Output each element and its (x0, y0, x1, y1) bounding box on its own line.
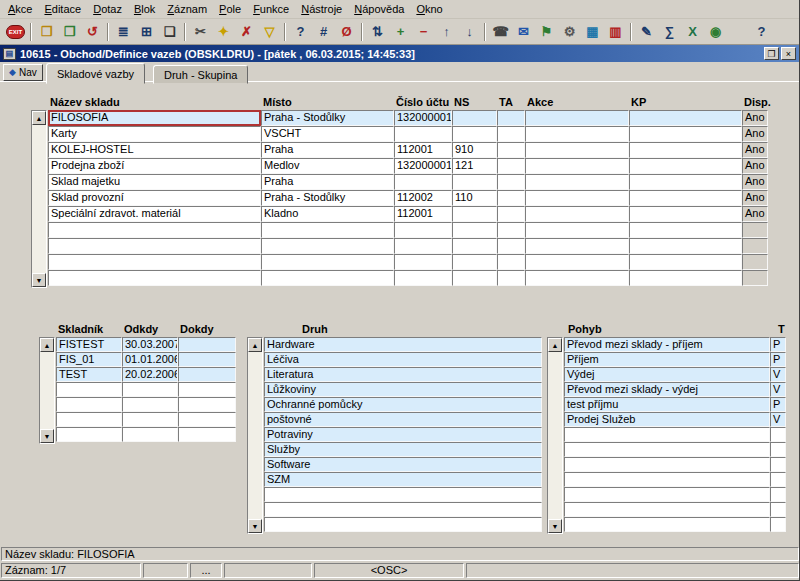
cell-pohyb[interactable] (564, 427, 770, 442)
gear-icon[interactable]: ⚙ (558, 21, 581, 42)
cell-pohyb[interactable]: Výdej (564, 367, 770, 382)
cell-pohyb[interactable] (564, 442, 770, 457)
cell-odkdy[interactable] (122, 382, 178, 397)
toolbar-separator[interactable] (484, 23, 486, 41)
cell-ta[interactable] (497, 158, 525, 174)
cell-nazev-skladu[interactable]: Karty (48, 126, 261, 142)
cell-odkdy[interactable]: 20.02.2006 (122, 367, 178, 382)
cell-pohyb[interactable] (564, 487, 770, 502)
cell-misto[interactable] (261, 270, 394, 286)
delete-record-icon[interactable]: − (412, 21, 435, 42)
table-row[interactable]: Výdej V (564, 367, 786, 382)
menu-item[interactable]: Blok (128, 1, 161, 17)
cell-skladnik[interactable] (56, 427, 122, 442)
nav-button[interactable]: ◆ Nav (3, 64, 43, 81)
toolbar-spacer[interactable] (727, 21, 750, 42)
cell-akce[interactable] (525, 142, 629, 158)
cell-skladnik[interactable]: FISTEST (56, 337, 122, 352)
scroll-up-icon[interactable]: ▲ (248, 338, 262, 352)
toolbar-separator[interactable] (107, 23, 109, 41)
cell-pohyb[interactable]: test příjmu (564, 397, 770, 412)
table-row[interactable]: Ochranné pomůcky (264, 397, 542, 412)
cell-cislo-uctu[interactable] (394, 126, 452, 142)
scroll-down-icon[interactable]: ▼ (248, 519, 262, 533)
table-row[interactable] (564, 487, 786, 502)
cell-cislo-uctu[interactable] (394, 174, 452, 190)
table-row[interactable] (264, 502, 542, 517)
cell-akce[interactable] (525, 110, 629, 126)
cell-akce[interactable] (525, 270, 629, 286)
cell-druh[interactable]: Potraviny (264, 427, 542, 442)
cell-misto[interactable] (261, 222, 394, 238)
cell-ns[interactable] (452, 222, 497, 238)
restore-button[interactable]: ❐ (764, 47, 779, 60)
cell-odkdy[interactable] (122, 412, 178, 427)
cell-druh[interactable]: Ochranné pomůcky (264, 397, 542, 412)
scroll-down-icon[interactable]: ▼ (32, 273, 46, 287)
cell-akce[interactable] (525, 254, 629, 270)
help-icon[interactable]: ? (750, 21, 773, 42)
table-row[interactable]: Karty VSCHT Ano (48, 126, 768, 142)
cell-nazev-skladu[interactable] (48, 254, 261, 270)
cell-druh[interactable]: Léčiva (264, 352, 542, 367)
cell-pohyb[interactable]: Převod mezi sklady - výdej (564, 382, 770, 397)
exit-icon[interactable]: EXIT (4, 21, 27, 42)
table-row[interactable] (48, 238, 768, 254)
cell-kp[interactable] (629, 190, 742, 206)
cell-pohyb[interactable]: Prodej Služeb (564, 412, 770, 427)
cell-ns[interactable] (452, 174, 497, 190)
cell-cislo-uctu[interactable] (394, 270, 452, 286)
cell-ta[interactable] (497, 110, 525, 126)
table-row[interactable]: test příjmu P (564, 397, 786, 412)
cell-nazev-skladu[interactable]: KOLEJ-HOSTEL (48, 142, 261, 158)
warehouse-scrollbar[interactable]: ▲ ▼ (31, 110, 47, 288)
cell-cislo-uctu[interactable]: 112002 (394, 190, 452, 206)
toolbar-separator[interactable] (284, 23, 286, 41)
tab-druh-skupina[interactable]: Druh - Skupina (153, 65, 248, 84)
cell-akce[interactable] (525, 126, 629, 142)
cell-ns[interactable] (452, 126, 497, 142)
cell-ns[interactable]: 910 (452, 142, 497, 158)
cell-odkdy[interactable]: 01.01.2006 (122, 352, 178, 367)
cell-misto[interactable]: Praha - Stodůlky (261, 190, 394, 206)
cell-skladnik[interactable] (56, 412, 122, 427)
next-record-icon[interactable]: ↓ (458, 21, 481, 42)
enter-query-icon[interactable]: ? (289, 21, 312, 42)
cell-pohyb[interactable]: Příjem (564, 352, 770, 367)
scroll-down-icon[interactable]: ▼ (548, 519, 562, 533)
cell-kp[interactable] (629, 142, 742, 158)
cell-akce[interactable] (525, 190, 629, 206)
table-row[interactable]: Převod mezi sklady - příjem P (564, 337, 786, 352)
cell-druh[interactable]: Hardware (264, 337, 542, 352)
table-row[interactable] (56, 382, 236, 397)
cell-kp[interactable] (629, 238, 742, 254)
cell-misto[interactable]: Praha (261, 174, 394, 190)
cell-ta[interactable] (497, 222, 525, 238)
cell-druh[interactable]: Literatura (264, 367, 542, 382)
cell-ta[interactable] (497, 126, 525, 142)
table-row[interactable]: Služby (264, 442, 542, 457)
cell-cislo-uctu[interactable]: 112001 (394, 206, 452, 222)
table-row[interactable]: TEST 20.02.2006 (56, 367, 236, 382)
table-row[interactable] (56, 412, 236, 427)
cell-cislo-uctu[interactable] (394, 238, 452, 254)
menu-item[interactable]: Nápověda (348, 1, 410, 17)
cell-skladnik[interactable]: FIS_01 (56, 352, 122, 367)
cell-nazev-skladu[interactable] (48, 270, 261, 286)
cell-ta[interactable] (497, 254, 525, 270)
cell-nazev-skladu[interactable]: Prodejna zboží (48, 158, 261, 174)
menu-item[interactable]: Pole (213, 1, 247, 17)
cell-druh[interactable] (264, 487, 542, 502)
cell-nazev-skladu[interactable]: Sklad majetku (48, 174, 261, 190)
open-folder-icon[interactable]: ❒ (35, 21, 58, 42)
filter-icon[interactable]: ▽ (258, 21, 281, 42)
rollback-icon[interactable]: ↺ (81, 21, 104, 42)
table-row[interactable]: Převod mezi sklady - výdej V (564, 382, 786, 397)
cell-kp[interactable] (629, 110, 742, 126)
cell-ns[interactable] (452, 270, 497, 286)
cell-akce[interactable] (525, 174, 629, 190)
cell-ta[interactable] (497, 190, 525, 206)
cell-t[interactable]: V (770, 367, 786, 382)
cell-druh[interactable]: Služby (264, 442, 542, 457)
cell-t[interactable] (770, 442, 786, 457)
